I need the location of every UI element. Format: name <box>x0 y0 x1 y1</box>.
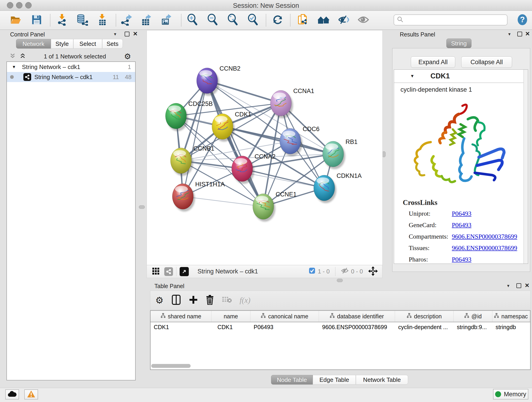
delete-column-trash-icon[interactable] <box>206 295 214 306</box>
zoom-selected-button[interactable] <box>247 14 259 27</box>
table-options-gear-icon[interactable]: ⚙ <box>155 296 164 305</box>
network-options-gear-icon[interactable]: ⚙ <box>124 52 131 60</box>
network-row-selected[interactable]: String Network – cdk1 11 48 <box>7 72 135 82</box>
toolbar-separator <box>290 14 291 26</box>
window-title: Session: New Session <box>0 2 532 9</box>
delete-table-icon[interactable] <box>222 296 232 305</box>
crosslink-value-link[interactable]: 9606.ENSP00000378699 <box>452 233 517 240</box>
share-network-icon[interactable] <box>164 267 173 276</box>
main-toolbar: ? <box>0 11 532 30</box>
add-column-icon[interactable] <box>189 295 198 305</box>
node-gloss <box>317 177 329 184</box>
column-header-description[interactable]: description <box>395 311 454 322</box>
crosslink-value-link[interactable]: P06493 <box>452 256 472 263</box>
cloud-button[interactable] <box>5 389 19 400</box>
collapse-all-chevron-icon[interactable] <box>10 53 16 60</box>
show-selected-button[interactable] <box>357 14 370 27</box>
zoom-out-icon <box>207 14 219 27</box>
hidden-eye-icon[interactable] <box>341 267 349 276</box>
collapse-all-button[interactable]: Collapse All <box>461 56 512 68</box>
function-builder-icon[interactable]: f(x) <box>240 296 250 305</box>
table-header-row: shared namenamecanonical namedatabase id… <box>151 311 530 322</box>
expand-all-button[interactable]: Expand All <box>411 56 455 68</box>
node-gloss <box>255 196 268 202</box>
show-all-networks-button[interactable] <box>317 14 330 27</box>
hide-selected-button[interactable] <box>337 14 350 27</box>
bottom-splitter-handle[interactable] <box>337 279 343 282</box>
control-panel-close-icon[interactable]: ✕ <box>133 32 138 36</box>
duplicate-network-button[interactable] <box>297 14 309 27</box>
crosslink-value-link[interactable]: P06493 <box>452 221 472 229</box>
column-header-database-identifier[interactable]: database identifier <box>319 311 395 322</box>
memory-button[interactable]: Memory <box>493 389 528 400</box>
crosslink-value-link[interactable]: 9606.ENSP00000378699 <box>452 244 517 252</box>
tab-network[interactable]: Network <box>16 39 51 49</box>
node-entry-header[interactable]: ▼ CDK1 <box>394 70 524 83</box>
crosslink-row: Tissues:9606.ENSP00000378699 <box>409 244 523 252</box>
birdseye-grid-icon[interactable] <box>152 267 160 276</box>
open-session-button[interactable] <box>9 14 22 27</box>
toolbar-separator <box>50 14 51 26</box>
column-header-name[interactable]: name <box>211 311 250 322</box>
column-header--id[interactable]: @id <box>454 311 492 322</box>
zoom-in-button[interactable] <box>186 14 199 27</box>
entry-collapse-caret-icon[interactable]: ▼ <box>410 74 414 79</box>
expand-all-chevron-icon[interactable] <box>20 53 26 60</box>
export-image-button[interactable] <box>160 14 173 27</box>
tab-string[interactable]: String <box>446 38 472 48</box>
control-panel-float-icon[interactable] <box>125 32 129 36</box>
fit-crosshair-icon[interactable] <box>368 266 378 277</box>
table-row[interactable]: CDK1CDK1P064939606.ENSP00000378699cyclin… <box>151 322 530 332</box>
left-splitter-handle[interactable] <box>139 205 145 209</box>
tab-node-table[interactable]: Node Table <box>271 375 313 385</box>
crosslink-row: Compartments:9606.ENSP00000378699 <box>409 233 523 240</box>
show-columns-icon[interactable] <box>171 294 181 306</box>
double-home-icon <box>317 14 329 27</box>
hidden-counts: 0 - 0 <box>351 268 363 275</box>
toolbar-separator <box>176 267 177 276</box>
tab-edge-table[interactable]: Edge Table <box>313 375 356 385</box>
table-cell: cyclin-dependent ... <box>395 322 454 332</box>
control-panel-menu-caret-icon[interactable]: ▼ <box>113 32 117 37</box>
export-table-button[interactable] <box>140 14 153 27</box>
import-network-database-button[interactable] <box>76 14 89 27</box>
zoom-fit-icon <box>227 14 239 27</box>
table-panel-close-icon[interactable]: ✕ <box>525 283 530 288</box>
network-collection-row[interactable]: ▼ String Network – cdk1 1 <box>7 62 135 72</box>
save-session-button[interactable] <box>30 14 43 27</box>
results-scrollbar[interactable] <box>524 70 528 264</box>
tab-network-table[interactable]: Network Table <box>356 375 408 385</box>
column-type-tree-icon <box>407 313 412 320</box>
string-results-container: Expand All Collapse All ▼ CDK1 cyclin-de… <box>392 48 530 272</box>
crosslink-value-link[interactable]: P06493 <box>452 210 472 217</box>
table-panel-float-icon[interactable] <box>516 283 521 288</box>
column-header-shared-name[interactable]: shared name <box>151 311 211 322</box>
import-network-file-button[interactable] <box>56 14 69 27</box>
import-network-icon <box>56 14 68 27</box>
column-header-canonical-name[interactable]: canonical name <box>250 311 319 322</box>
node-gloss <box>325 143 338 150</box>
table-panel-menu-caret-icon[interactable]: ▼ <box>506 284 510 288</box>
import-table-file-button[interactable] <box>96 14 109 27</box>
table-horizontal-scrollbar[interactable] <box>151 364 191 368</box>
results-panel-menu-caret-icon[interactable]: ▼ <box>507 32 511 37</box>
tab-style[interactable]: Style <box>51 39 73 49</box>
tree-collapse-caret-icon[interactable]: ▼ <box>12 65 16 70</box>
export-network-button[interactable] <box>120 14 133 27</box>
tab-select[interactable]: Select <box>73 39 102 49</box>
help-button[interactable]: ? <box>516 14 529 27</box>
network-canvas[interactable]: CCNB2CCNA1CDC25BCDK1CDC6RB1CCNB1CCNA2CDK… <box>147 30 383 265</box>
selected-checkbox-icon[interactable] <box>309 267 316 276</box>
export-image-icon <box>160 14 172 27</box>
results-panel-close-icon[interactable]: ✕ <box>525 32 530 36</box>
results-panel-float-icon[interactable] <box>517 32 522 36</box>
open-in-window-icon[interactable] <box>180 267 189 276</box>
zoom-fit-button[interactable] <box>226 14 239 27</box>
network-edge[interactable] <box>183 81 207 196</box>
tab-sets[interactable]: Sets <box>102 39 123 49</box>
refresh-button[interactable] <box>271 14 284 27</box>
column-header-namespac[interactable]: namespac <box>492 311 530 322</box>
zoom-out-button[interactable] <box>206 14 219 27</box>
warnings-button[interactable] <box>24 389 38 400</box>
search-input[interactable] <box>404 16 501 24</box>
